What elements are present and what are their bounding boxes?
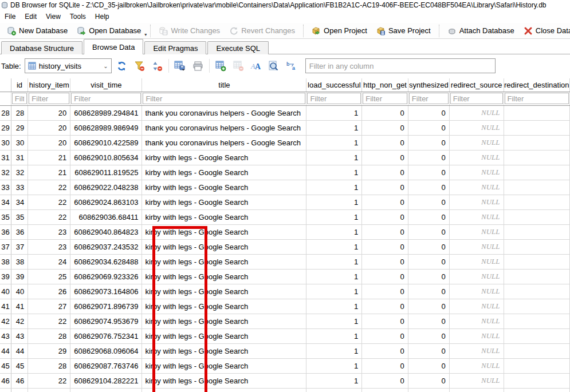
- cell-redirect-source[interactable]: NULL: [449, 343, 504, 358]
- filter-input-visit-time[interactable]: [71, 93, 141, 104]
- row-number[interactable]: 47: [0, 388, 11, 392]
- cell-http-non-get[interactable]: 0: [362, 254, 408, 269]
- insert-record-button[interactable]: [213, 58, 229, 74]
- cell-synthesized[interactable]: 0: [408, 269, 449, 284]
- cell-redirect-source[interactable]: NULL: [449, 224, 504, 239]
- cell-http-non-get[interactable]: 0: [362, 343, 408, 358]
- cell-synthesized[interactable]: 0: [408, 180, 449, 195]
- cell-redirect-source[interactable]: NULL: [449, 269, 504, 284]
- cell-title[interactable]: kirby with legs - Google Search: [142, 239, 306, 254]
- row-number[interactable]: 43: [0, 328, 11, 343]
- cell-title[interactable]: kirby with legs - Google Search: [142, 269, 306, 284]
- row-number[interactable]: 45: [0, 358, 11, 373]
- delete-record-button[interactable]: [231, 58, 246, 74]
- filter-input-id[interactable]: [12, 93, 27, 104]
- column-header-http-non-get[interactable]: http_non_get: [362, 78, 408, 92]
- cell-id[interactable]: 36: [11, 224, 27, 239]
- cell-load-successful[interactable]: 1: [306, 239, 362, 254]
- cell-title[interactable]: kirby with legs - Google Search: [142, 284, 306, 299]
- cell-synthesized[interactable]: 0: [408, 314, 449, 328]
- table-select[interactable]: history_visits ⌄: [25, 58, 112, 73]
- cell-visit-time[interactable]: 608629068.096064: [70, 343, 142, 358]
- cell-synthesized[interactable]: 0: [408, 150, 449, 165]
- cell-history-item[interactable]: 24: [28, 254, 70, 269]
- cell-http-non-get[interactable]: 0: [362, 314, 408, 328]
- cell-http-non-get[interactable]: 0: [362, 195, 408, 209]
- row-number[interactable]: 42: [0, 314, 11, 328]
- menu-view[interactable]: View: [41, 11, 65, 22]
- filter-input-http-non-get[interactable]: [363, 93, 407, 104]
- attach-database-button[interactable]: Attach Database: [443, 25, 519, 37]
- cell-history-item[interactable]: 27: [28, 299, 70, 314]
- cell-load-successful[interactable]: 1: [306, 180, 362, 195]
- cell-history-item[interactable]: 23: [28, 224, 70, 239]
- cell-http-non-get[interactable]: 0: [362, 328, 408, 343]
- replace-button[interactable]: ba: [284, 58, 300, 74]
- cell-redirect-source[interactable]: NULL: [449, 239, 504, 254]
- cell-redirect-destination[interactable]: [504, 209, 570, 224]
- cell-history-item[interactable]: 22: [28, 195, 70, 209]
- cell-synthesized[interactable]: 0: [408, 165, 449, 180]
- cell-title[interactable]: kirby with legs - Google Search: [142, 373, 306, 388]
- row-number[interactable]: 32: [0, 165, 11, 180]
- cell-id[interactable]: 28: [11, 105, 27, 120]
- cell-history-item[interactable]: 22: [28, 314, 70, 328]
- row-number[interactable]: 39: [0, 269, 11, 284]
- cell-title[interactable]: kirby with legs - Google Search: [142, 195, 306, 209]
- cell-http-non-get[interactable]: 0: [362, 269, 408, 284]
- cell-visit-time[interactable]: 608629010.805634: [70, 150, 142, 165]
- cell-load-successful[interactable]: 1: [306, 314, 362, 328]
- cell-http-non-get[interactable]: 0: [362, 373, 408, 388]
- filter-input-history-item[interactable]: [29, 93, 69, 104]
- filter-input-redirect-destination[interactable]: [505, 93, 569, 104]
- tab-edit-pragmas[interactable]: Edit Pragmas: [144, 41, 206, 54]
- cell-title[interactable]: Black: [142, 388, 306, 392]
- cell-id[interactable]: 41: [11, 299, 27, 314]
- cell-history-item[interactable]: 20: [28, 105, 70, 120]
- refresh-button[interactable]: [114, 58, 129, 74]
- cell-synthesized[interactable]: 0: [408, 105, 449, 120]
- tab-database-structure[interactable]: Database Structure: [1, 41, 82, 54]
- cell-http-non-get[interactable]: 0: [362, 105, 408, 120]
- cell-title[interactable]: kirby with legs - Google Search: [142, 314, 306, 328]
- cell-redirect-source[interactable]: NULL: [449, 135, 504, 150]
- cell-http-non-get[interactable]: 0: [362, 180, 408, 195]
- cell-redirect-source[interactable]: NULL: [449, 284, 504, 299]
- cell-visit-time[interactable]: 608629037.243532: [70, 239, 142, 254]
- cell-redirect-source[interactable]: NULL: [449, 388, 504, 392]
- row-number[interactable]: 37: [0, 239, 11, 254]
- row-number[interactable]: 30: [0, 135, 11, 150]
- filter-input-load-successful[interactable]: [307, 93, 361, 104]
- cell-id[interactable]: 35: [11, 209, 27, 224]
- menu-file[interactable]: File: [0, 11, 20, 22]
- clear-sorting-button[interactable]: [150, 58, 165, 74]
- font-settings-button[interactable]: AA: [249, 58, 264, 74]
- open-database-dropdown-icon[interactable]: ▾: [144, 32, 147, 38]
- cell-redirect-source[interactable]: NULL: [449, 120, 504, 135]
- cell-redirect-source[interactable]: NULL: [449, 150, 504, 165]
- cell-load-successful[interactable]: 1: [306, 269, 362, 284]
- cell-history-item[interactable]: 26: [28, 284, 70, 299]
- cell-id[interactable]: 45: [11, 358, 27, 373]
- row-number[interactable]: 41: [0, 299, 11, 314]
- cell-load-successful[interactable]: 1: [306, 209, 362, 224]
- row-number[interactable]: 46: [0, 373, 11, 388]
- cell-id[interactable]: 29: [11, 120, 27, 135]
- cell-http-non-get[interactable]: 0: [362, 224, 408, 239]
- cell-title[interactable]: kirby with legs - Google Search: [142, 328, 306, 343]
- cell-visit-time[interactable]: 608628989.986949: [70, 120, 142, 135]
- cell-visit-time[interactable]: 608629074.953679: [70, 314, 142, 328]
- cell-http-non-get[interactable]: 0: [362, 150, 408, 165]
- cell-redirect-destination[interactable]: [504, 388, 570, 392]
- cell-synthesized[interactable]: 0: [408, 373, 449, 388]
- cell-redirect-source[interactable]: NULL: [449, 180, 504, 195]
- cell-history-item[interactable]: 20: [28, 135, 70, 150]
- cell-load-successful[interactable]: 1: [306, 224, 362, 239]
- cell-title[interactable]: thank you coronavirus helpers - Google S…: [142, 105, 306, 120]
- cell-id[interactable]: 47: [11, 388, 27, 392]
- cell-synthesized[interactable]: 0: [408, 135, 449, 150]
- open-database-button[interactable]: Open Database: [72, 25, 146, 37]
- cell-visit-time[interactable]: 608629104.282221: [70, 373, 142, 388]
- cell-title[interactable]: kirby with legs - Google Search: [142, 254, 306, 269]
- cell-synthesized[interactable]: 0: [408, 284, 449, 299]
